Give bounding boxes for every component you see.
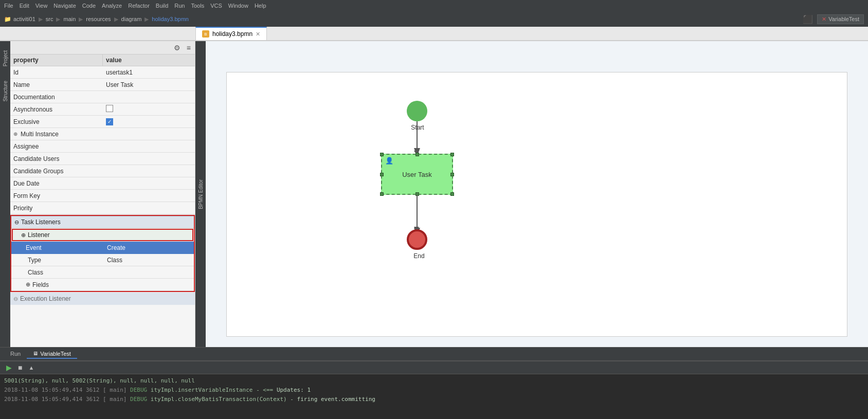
breadcrumb-resources[interactable]: resources: [86, 16, 111, 22]
tab-bar: B holiday3.bpmn ✕: [0, 27, 868, 41]
asynchronous-checkbox[interactable]: [106, 105, 113, 112]
properties-table: Id usertask1 Name User Task Documentatio…: [10, 66, 195, 347]
prop-val-priority[interactable]: [103, 207, 195, 210]
console-line-2: 2018-11-08 15:05:49,414 3612 [ main] DEB…: [4, 386, 864, 395]
prop-row-priority[interactable]: Priority: [10, 202, 195, 214]
sidebar-tab-structure[interactable]: Structure: [2, 76, 9, 107]
bpmn-canvas[interactable]: Start 👤 User Task: [206, 41, 868, 347]
prop-val-due-date[interactable]: [103, 182, 195, 185]
user-task[interactable]: 👤 User Task: [381, 154, 453, 195]
sidebar-tab-project[interactable]: Project: [2, 45, 9, 71]
tab-close-button[interactable]: ✕: [256, 31, 260, 38]
end-event-label: End: [409, 252, 429, 260]
prop-row-exclusive[interactable]: Exclusive ✓: [10, 116, 195, 128]
handle-mr: [450, 173, 454, 176]
breadcrumb-bar: 📁 activiti01 ▶ src ▶ main ▶ resources ▶ …: [0, 11, 868, 27]
expand-icon-multi[interactable]: ⊕: [13, 131, 17, 137]
prop-val-type[interactable]: Class: [104, 255, 194, 265]
execution-listeners-label: Execution Listener: [20, 295, 71, 302]
expand-icon-exec[interactable]: ⊖: [13, 296, 18, 302]
run-controls: ▶ ■ ▲: [0, 361, 868, 374]
prop-val-multi-instance: [103, 133, 195, 136]
run-tab[interactable]: Run: [4, 350, 27, 359]
prop-val-name[interactable]: User Task: [103, 80, 195, 90]
end-event[interactable]: [407, 229, 427, 250]
prop-val-asynchronous[interactable]: [103, 103, 195, 115]
menu-navigate[interactable]: Navigate: [53, 3, 76, 9]
breadcrumb-diagram[interactable]: diagram: [121, 16, 142, 22]
prop-row-form-key[interactable]: Form Key: [10, 190, 195, 202]
stop-button[interactable]: ■: [16, 363, 24, 372]
expand-icon-listener[interactable]: ⊕: [21, 232, 26, 239]
start-event[interactable]: [407, 101, 427, 121]
prop-row-documentation[interactable]: Documentation: [10, 91, 195, 103]
breadcrumb-main[interactable]: main: [63, 16, 76, 22]
prop-row-event[interactable]: Event Create: [11, 242, 194, 254]
prop-val-candidate-users[interactable]: [103, 157, 195, 160]
menu-window[interactable]: Window: [228, 3, 248, 9]
expand-icon-task-listeners[interactable]: ⊖: [14, 219, 19, 226]
scroll-up-button[interactable]: ▲: [26, 365, 36, 371]
menu-run[interactable]: Run: [174, 3, 185, 9]
handle-bl: [380, 192, 384, 196]
menu-view[interactable]: View: [35, 3, 48, 9]
menu-analyze[interactable]: Analyze: [102, 3, 122, 9]
bpmn-editor-label: BPMN Editor: [198, 179, 204, 209]
prop-row-fields[interactable]: ⊕ Fields: [11, 279, 194, 291]
prop-row-due-date[interactable]: Due Date: [10, 177, 195, 190]
prop-val-candidate-groups[interactable]: [103, 170, 195, 173]
prop-val-assignee[interactable]: [103, 145, 195, 148]
listener-header[interactable]: ⊕ Listener: [12, 229, 193, 241]
menu-help[interactable]: Help: [255, 3, 266, 9]
prop-row-candidate-groups[interactable]: Candidate Groups: [10, 165, 195, 177]
prop-row-assignee[interactable]: Assignee: [10, 140, 195, 153]
settings-button[interactable]: ⚙: [172, 43, 183, 52]
variable-test-tab[interactable]: 🖥 VariableTest: [27, 350, 77, 359]
prop-row-candidate-users[interactable]: Candidate Users: [10, 153, 195, 165]
menu-code[interactable]: Code: [82, 3, 96, 9]
expand-icon-fields[interactable]: ⊕: [26, 281, 30, 288]
prop-row-asynchronous[interactable]: Asynchronous: [10, 103, 195, 116]
prop-row-name[interactable]: Name User Task: [10, 79, 195, 91]
col-property: property: [10, 54, 103, 66]
columns-button[interactable]: ≡: [185, 43, 193, 52]
properties-header: property value: [10, 54, 195, 66]
menu-edit[interactable]: Edit: [20, 3, 29, 9]
variable-test-button[interactable]: ✕ VariableTest: [817, 14, 864, 24]
execution-listeners-section: ⊖ Execution Listener: [10, 293, 195, 305]
prop-row-type[interactable]: Type Class: [11, 254, 194, 266]
menu-tools[interactable]: Tools: [191, 3, 204, 9]
prop-key-name: Name: [10, 80, 103, 90]
user-task-label: User Task: [402, 171, 432, 178]
breadcrumb-file[interactable]: holiday3.bpmn: [152, 16, 189, 22]
prop-row-class[interactable]: Class: [11, 266, 194, 279]
run-tab-bar: Run 🖥 VariableTest: [0, 348, 868, 361]
play-button[interactable]: ▶: [4, 363, 14, 372]
prop-val-class[interactable]: [104, 271, 194, 274]
execution-listeners-header[interactable]: ⊖ Execution Listener: [10, 293, 195, 305]
prop-val-id[interactable]: usertask1: [103, 67, 195, 78]
variable-test-tab-icon: 🖥: [33, 351, 38, 356]
handle-tr: [450, 153, 454, 156]
prop-row-multi-instance[interactable]: ⊕ Multi Instance: [10, 128, 195, 140]
prop-key-asynchronous: Asynchronous: [10, 104, 103, 115]
prop-val-form-key[interactable]: [103, 194, 195, 197]
menu-vcs[interactable]: VCS: [210, 3, 222, 9]
breadcrumb-src[interactable]: src: [46, 16, 53, 22]
prop-row-id[interactable]: Id usertask1: [10, 66, 195, 79]
run-config-icon: ⬛: [803, 14, 813, 24]
menu-file[interactable]: File: [4, 3, 13, 9]
menu-build[interactable]: Build: [156, 3, 168, 9]
task-listeners-header[interactable]: ⊖ Task Listeners: [11, 216, 194, 228]
exclusive-checkbox[interactable]: ✓: [106, 118, 113, 125]
prop-key-priority: Priority: [10, 203, 103, 213]
prop-val-event[interactable]: Create: [104, 243, 194, 253]
prop-val-exclusive[interactable]: ✓: [103, 116, 195, 127]
prop-val-documentation[interactable]: [103, 96, 195, 99]
prop-key-candidate-groups: Candidate Groups: [10, 166, 103, 176]
prop-key-candidate-users: Candidate Users: [10, 154, 103, 164]
tab-holiday3-bpmn[interactable]: B holiday3.bpmn ✕: [195, 27, 267, 40]
menu-refactor[interactable]: Refactor: [128, 3, 150, 9]
task-listeners-section: ⊖ Task Listeners ⊕ Listener Event Create: [10, 215, 195, 292]
breadcrumb-project[interactable]: activiti01: [13, 16, 35, 22]
